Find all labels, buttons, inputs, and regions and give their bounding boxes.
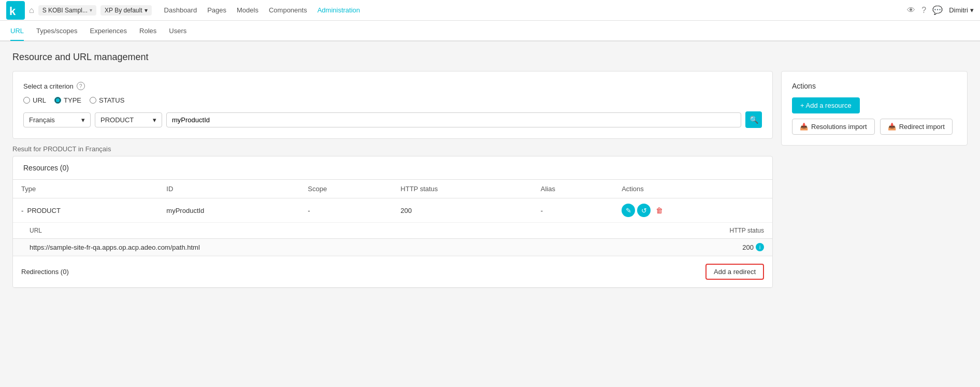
url-sub-row: URL HTTP status https://sample-site-fr-q…	[13, 223, 772, 256]
site-selector-chevron: ▾	[90, 7, 92, 13]
col-scope: Scope	[299, 180, 392, 198]
action-icons: ✎ ↺ 🗑	[622, 204, 764, 217]
col-http-status: HTTP status	[392, 180, 532, 198]
resources-table: Type ID Scope HTTP status Alias Actions …	[13, 180, 772, 256]
help-icon[interactable]: ?	[921, 6, 926, 15]
nav-models[interactable]: Models	[237, 6, 258, 14]
url-sub-table: URL HTTP status https://sample-site-fr-q…	[13, 223, 772, 256]
url-http-status: 200 i	[544, 239, 772, 256]
resolutions-import-button[interactable]: 📥 Resolutions import	[792, 119, 875, 135]
main-nav: Dashboard Pages Models Components Admini…	[164, 6, 361, 14]
search-button[interactable]: 🔍	[745, 111, 762, 128]
svg-text:k: k	[9, 5, 16, 18]
home-icon[interactable]: ⌂	[29, 6, 34, 15]
user-menu[interactable]: Dimitri ▾	[949, 6, 974, 14]
type-value: PRODUCT	[100, 116, 134, 124]
status-badge: 200 i	[742, 243, 764, 251]
xp-selector-label: XP By default	[105, 7, 142, 14]
add-redirect-button[interactable]: Add a redirect	[705, 264, 764, 280]
type-chevron: ▾	[153, 116, 156, 124]
subnav-experiences[interactable]: Experiences	[90, 22, 127, 41]
logo: k	[6, 1, 25, 20]
subnav-users[interactable]: Users	[169, 22, 186, 41]
eye-icon[interactable]: 👁	[907, 6, 915, 15]
redirections-row: Redirections (0) Add a redirect	[13, 256, 772, 288]
actions-title: Actions	[792, 82, 957, 90]
edit-button[interactable]: ✎	[622, 204, 635, 217]
delete-button[interactable]: 🗑	[653, 204, 666, 217]
id-input[interactable]	[166, 112, 741, 127]
nav-components[interactable]: Components	[269, 6, 307, 14]
nav-administration[interactable]: Administration	[318, 6, 360, 14]
sub-nav: URL Types/scopes Experiences Roles Users	[0, 21, 980, 41]
language-chevron: ▾	[81, 116, 85, 124]
redirect-import-icon: 📥	[888, 123, 896, 131]
resources-title: Resources (0)	[13, 156, 772, 180]
col-type: Type	[13, 180, 158, 198]
site-selector[interactable]: S KOBI Sampl... ▾	[38, 5, 96, 16]
result-text: Result for PRODUCT in Français	[12, 145, 773, 153]
radio-url[interactable]: URL	[23, 96, 46, 104]
subnav-types-scopes[interactable]: Types/scopes	[36, 22, 78, 41]
language-value: Français	[29, 116, 55, 124]
col-id: ID	[158, 180, 299, 198]
left-panel: Select a criterion ? URL TYPE STATUS	[12, 71, 773, 288]
subnav-roles[interactable]: Roles	[139, 22, 156, 41]
redirections-title: Redirections (0)	[21, 268, 69, 276]
nav-dashboard[interactable]: Dashboard	[164, 6, 197, 14]
row-prefix: - PRODUCT	[13, 198, 158, 223]
row-alias: -	[532, 198, 613, 223]
radio-group: URL TYPE STATUS	[23, 96, 762, 104]
radio-type[interactable]: TYPE	[54, 96, 81, 104]
user-chevron: ▾	[970, 6, 974, 14]
status-info-icon[interactable]: i	[756, 243, 764, 251]
top-bar-right: 👁 ? 💬 Dimitri ▾	[907, 5, 974, 15]
xp-selector[interactable]: XP By default ▾	[100, 5, 152, 16]
main-content: Resource and URL management Select a cri…	[0, 41, 980, 387]
import-buttons: 📥 Resolutions import 📥 Redirect import	[792, 119, 957, 135]
subnav-url[interactable]: URL	[10, 22, 24, 41]
url-value: https://sample-site-fr-qa.apps.op.acp.ad…	[13, 239, 544, 256]
sub-col-url: URL	[13, 223, 544, 239]
row-actions: ✎ ↺ 🗑	[613, 198, 772, 223]
radio-status[interactable]: STATUS	[90, 96, 124, 104]
row-id: myProductId	[158, 198, 299, 223]
right-panel: Actions + Add a resource 📥 Resolutions i…	[781, 71, 968, 288]
filter-row: Français ▾ PRODUCT ▾ 🔍	[23, 111, 762, 128]
refresh-button[interactable]: ↺	[637, 204, 651, 217]
col-alias: Alias	[532, 180, 613, 198]
top-bar: k ⌂ S KOBI Sampl... ▾ XP By default ▾ Da…	[0, 0, 980, 21]
url-table-row: https://sample-site-fr-qa.apps.op.acp.ad…	[13, 239, 772, 256]
nav-pages[interactable]: Pages	[207, 6, 226, 14]
table-row: - PRODUCT myProductId - 200 - ✎ ↺ 🗑	[13, 198, 772, 223]
language-dropdown[interactable]: Français ▾	[23, 112, 91, 127]
row-scope: -	[299, 198, 392, 223]
actions-card: Actions + Add a resource 📥 Resolutions i…	[781, 71, 968, 146]
page-title: Resource and URL management	[12, 52, 968, 63]
resolutions-import-icon: 📥	[800, 123, 808, 131]
criterion-label: Select a criterion ?	[23, 82, 762, 90]
resources-table-card: Resources (0) Type ID Scope HTTP status …	[12, 156, 773, 288]
sub-col-http-status: HTTP status	[544, 223, 772, 239]
redirect-import-button[interactable]: 📥 Redirect import	[880, 119, 953, 135]
criterion-card: Select a criterion ? URL TYPE STATUS	[12, 71, 773, 139]
message-icon[interactable]: 💬	[932, 5, 943, 15]
content-layout: Select a criterion ? URL TYPE STATUS	[12, 71, 968, 288]
user-name: Dimitri	[949, 6, 968, 14]
add-resource-button[interactable]: + Add a resource	[792, 97, 860, 113]
criterion-info-icon[interactable]: ?	[77, 82, 85, 90]
xp-selector-chevron: ▾	[145, 7, 148, 14]
site-selector-label: S KOBI Sampl...	[42, 7, 88, 14]
row-http-status: 200	[392, 198, 532, 223]
col-actions: Actions	[613, 180, 772, 198]
type-dropdown[interactable]: PRODUCT ▾	[95, 112, 162, 127]
